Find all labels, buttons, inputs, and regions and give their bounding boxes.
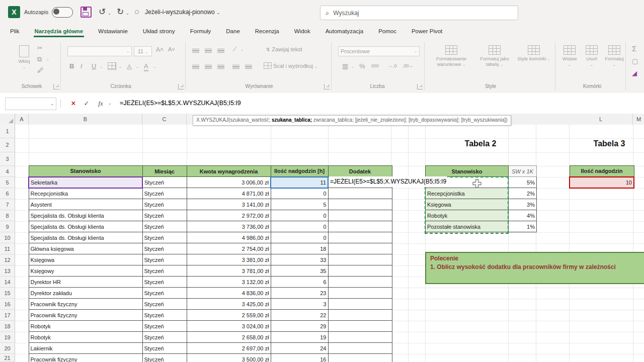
- increase-decimal-icon[interactable]: ←,0: [388, 63, 397, 68]
- tab-formuły[interactable]: Formuły: [189, 27, 212, 37]
- tab-pomoc[interactable]: Pomoc: [377, 27, 397, 37]
- percent-style-icon[interactable]: %: [359, 62, 365, 70]
- row-header-11[interactable]: 11: [0, 243, 15, 254]
- cell-edit-formula[interactable]: =JEŻELI(E5>=$L$5;X.WYSZUKAJ(B5;I5:I9: [329, 176, 447, 187]
- underline-button[interactable]: U: [92, 62, 96, 70]
- format-as-table-button[interactable]: Formatuj jako tabelę ⌄: [474, 45, 515, 67]
- cell[interactable]: 2 658,00 zł: [187, 332, 271, 343]
- cell[interactable]: 4 986,00 zł: [187, 232, 271, 243]
- table2-header[interactable]: Stanowisko: [426, 166, 509, 177]
- increase-font-icon[interactable]: A˄: [156, 46, 164, 53]
- cell[interactable]: [328, 277, 392, 288]
- undo-dropdown-icon[interactable]: ⌄: [108, 11, 111, 16]
- delete-cells-button[interactable]: Usuń⌄: [582, 45, 602, 67]
- row-header-14[interactable]: 14: [0, 277, 15, 288]
- cell[interactable]: Pracownik fizyczny: [29, 299, 142, 310]
- row-header-17[interactable]: 17: [0, 310, 15, 321]
- cell[interactable]: [328, 265, 392, 277]
- copy-icon[interactable]: ⧉: [37, 55, 42, 63]
- cell[interactable]: 3 024,00 zł: [187, 321, 271, 332]
- quick-access-icon[interactable]: [135, 10, 139, 14]
- fill-color-dropdown-icon[interactable]: ⌄: [136, 65, 139, 69]
- cell[interactable]: 3 425,00 zł: [187, 299, 271, 310]
- column-header-M[interactable]: M: [633, 114, 644, 125]
- cell[interactable]: 2 697,00 zł: [187, 343, 271, 354]
- column-header-L[interactable]: L: [569, 114, 633, 125]
- cell[interactable]: 5: [271, 199, 328, 210]
- font-color-dropdown-icon[interactable]: ⌄: [153, 65, 156, 69]
- tab-narzędzia-główne[interactable]: Narzędzia główne: [34, 27, 85, 37]
- threshold-table[interactable]: Ilość nadgodzin 10: [569, 165, 634, 189]
- cell[interactable]: 16: [271, 354, 328, 362]
- cell[interactable]: 2%: [509, 188, 537, 199]
- cell[interactable]: Styczeń: [142, 221, 187, 232]
- clear-icon[interactable]: ◢: [632, 69, 637, 77]
- tab-dane[interactable]: Dane: [225, 27, 241, 37]
- cell[interactable]: 0: [271, 232, 328, 243]
- column-header-C[interactable]: C: [142, 114, 187, 125]
- cell[interactable]: [328, 232, 392, 243]
- cell[interactable]: Recepcjonistka: [29, 188, 142, 199]
- insert-function-dropdown-icon[interactable]: ⌄: [107, 98, 113, 109]
- decrease-font-icon[interactable]: A˅: [168, 46, 175, 52]
- align-right-icon[interactable]: [217, 62, 224, 71]
- cell[interactable]: Sekretarka: [29, 177, 142, 188]
- row-header-9[interactable]: 9: [0, 221, 15, 232]
- font-color-button[interactable]: A: [144, 62, 148, 71]
- redo-icon[interactable]: ↻: [117, 7, 124, 17]
- cell[interactable]: 0: [271, 188, 328, 199]
- decrease-decimal-icon[interactable]: ,00→: [403, 63, 414, 68]
- row-header-2[interactable]: 2: [0, 138, 15, 152]
- cell[interactable]: Specjalista ds. Obsługi klienta: [29, 232, 142, 243]
- cell[interactable]: Pracownik fizyczny: [29, 310, 142, 321]
- align-top-icon[interactable]: [192, 46, 199, 55]
- merge-center-button[interactable]: Scal i wyśrodkuj ⌄: [264, 62, 317, 69]
- tab-automatyzacja[interactable]: Automatyzacja: [325, 27, 364, 37]
- main-table-header[interactable]: Stanowisko: [29, 166, 142, 177]
- font-dialog-launcher-icon[interactable]: [178, 84, 184, 89]
- cell[interactable]: [328, 210, 392, 221]
- cell[interactable]: Recepcjonistka: [426, 188, 509, 199]
- cell[interactable]: [328, 188, 392, 199]
- increase-indent-icon[interactable]: [245, 62, 252, 71]
- cell[interactable]: Styczeń: [142, 232, 187, 243]
- cell[interactable]: Dyrektor zakładu: [29, 288, 142, 299]
- cell[interactable]: 2 559,00 zł: [187, 310, 271, 321]
- cell[interactable]: Robotyk: [29, 321, 142, 332]
- row-header-12[interactable]: 12: [0, 254, 15, 265]
- cell[interactable]: 2 972,00 zł: [187, 210, 271, 221]
- undo-icon[interactable]: ↺: [99, 7, 106, 17]
- cancel-icon[interactable]: ✕: [68, 98, 78, 109]
- clipboard-dialog-launcher-icon[interactable]: [53, 84, 59, 89]
- comma-style-icon[interactable]: 000: [371, 63, 379, 68]
- align-bottom-icon[interactable]: [217, 46, 224, 55]
- cell[interactable]: [328, 332, 392, 343]
- row-header-20[interactable]: 20: [0, 343, 15, 354]
- borders-dropdown-icon[interactable]: ⌄: [119, 65, 122, 69]
- formula-input[interactable]: =JEŻELI(E5>=$L$5;X.WYSZUKAJ(B5;I5:I9: [120, 98, 241, 109]
- cell[interactable]: 23: [271, 288, 328, 299]
- cell[interactable]: Styczeń: [142, 210, 187, 221]
- format-cells-button[interactable]: Formatuj⌄: [603, 45, 626, 67]
- tab-wstawianie[interactable]: Wstawianie: [97, 27, 129, 37]
- enter-icon[interactable]: ✓: [82, 98, 92, 109]
- main-table-header[interactable]: Kwota wynagrodzenia: [187, 166, 271, 177]
- table3-value-cell[interactable]: 10: [570, 177, 634, 188]
- cell[interactable]: [328, 354, 392, 362]
- cell[interactable]: 29: [271, 321, 328, 332]
- cell[interactable]: 4%: [509, 210, 537, 221]
- cell[interactable]: Styczeń: [142, 354, 187, 362]
- tab-widok[interactable]: Widok: [293, 27, 311, 37]
- cell[interactable]: Specjalista ds. Obsługi klienta: [29, 210, 142, 221]
- cell[interactable]: 11: [271, 177, 328, 188]
- cell[interactable]: Księgowa: [426, 199, 509, 210]
- cell[interactable]: Pracownik fizyczny: [29, 354, 142, 362]
- main-table[interactable]: StanowiskoMiesiącKwota wynagrodzeniaIloś…: [28, 165, 392, 362]
- cell[interactable]: Styczeń: [142, 177, 187, 188]
- excel-logo-icon[interactable]: X: [8, 6, 20, 18]
- cell[interactable]: Styczeń: [142, 199, 187, 210]
- cell[interactable]: [328, 321, 392, 332]
- tab-plik[interactable]: Plik: [9, 27, 21, 37]
- cell[interactable]: 22: [271, 310, 328, 321]
- font-size-input[interactable]: 11 ⌄: [134, 46, 152, 56]
